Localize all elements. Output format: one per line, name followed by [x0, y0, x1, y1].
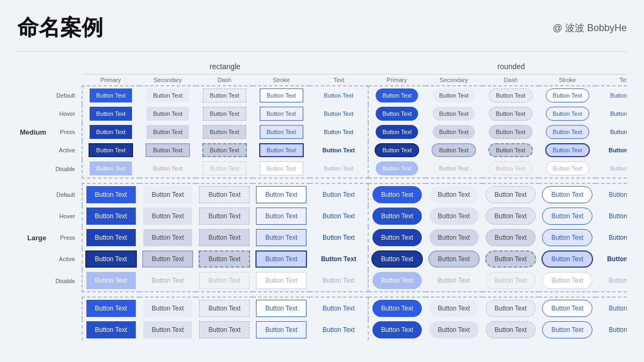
btn-round-secondary-default-lg[interactable]: Button Text	[429, 186, 479, 203]
btn-round-primary-default-ex[interactable]: Button Text	[372, 300, 422, 317]
btn-rect-stroke-default-lg[interactable]: Button Text	[256, 186, 306, 203]
btn-rect-stroke-default-ex[interactable]: Button Text	[256, 300, 306, 317]
btn-rect-stroke-disable-lg[interactable]: Button Text	[256, 272, 306, 289]
btn-round-dash-active-lg[interactable]: Button Text	[485, 250, 537, 268]
btn-round-stroke-active-lg[interactable]: Button Text	[541, 250, 593, 268]
btn-round-primary-hover[interactable]: Button Text	[376, 107, 418, 121]
btn-rect-stroke-disable[interactable]: Button Text	[260, 161, 303, 175]
btn-rect-primary-hover-ex[interactable]: Button Text	[86, 321, 136, 338]
btn-round-dash-disable-lg[interactable]: Button Text	[486, 272, 536, 289]
btn-round-secondary-hover-ex[interactable]: Button Text	[429, 321, 479, 338]
btn-rect-primary-press-lg[interactable]: Button Text	[86, 229, 136, 246]
btn-round-text-press-lg[interactable]: Button Text	[600, 229, 627, 246]
btn-rect-stroke-default[interactable]: Button Text	[260, 88, 303, 102]
btn-rect-dash-press[interactable]: Button Text	[203, 125, 246, 139]
btn-round-secondary-disable-lg[interactable]: Button Text	[429, 272, 479, 289]
btn-round-stroke-default-ex[interactable]: Button Text	[542, 300, 592, 317]
btn-rect-secondary-hover-lg[interactable]: Button Text	[143, 208, 193, 225]
btn-round-stroke-press-lg[interactable]: Button Text	[542, 229, 592, 246]
btn-rect-secondary-hover[interactable]: Button Text	[147, 107, 189, 121]
btn-rect-primary-default-ex[interactable]: Button Text	[86, 300, 136, 317]
btn-rect-primary-hover[interactable]: Button Text	[90, 107, 132, 121]
btn-rect-dash-default[interactable]: Button Text	[203, 88, 246, 102]
btn-round-stroke-hover[interactable]: Button Text	[546, 107, 589, 121]
btn-round-secondary-active[interactable]: Button Text	[431, 143, 476, 157]
btn-round-text-default-ex[interactable]: Button Text	[600, 300, 627, 317]
btn-round-dash-hover[interactable]: Button Text	[489, 107, 532, 121]
btn-round-primary-default[interactable]: Button Text	[376, 88, 418, 102]
btn-round-stroke-hover-ex[interactable]: Button Text	[542, 321, 592, 338]
btn-rect-text-hover-ex[interactable]: Button Text	[314, 321, 363, 338]
btn-rect-primary-disable-lg[interactable]: Button Text	[86, 272, 136, 289]
btn-round-secondary-hover[interactable]: Button Text	[433, 107, 475, 121]
btn-round-primary-hover-lg[interactable]: Button Text	[372, 208, 422, 225]
btn-rect-primary-disable[interactable]: Button Text	[90, 161, 132, 175]
btn-rect-stroke-press-lg[interactable]: Button Text	[256, 229, 306, 246]
btn-round-secondary-default[interactable]: Button Text	[433, 88, 475, 102]
btn-round-primary-active-lg[interactable]: Button Text	[371, 250, 423, 268]
btn-rect-secondary-active[interactable]: Button Text	[145, 143, 190, 157]
btn-round-dash-active[interactable]: Button Text	[488, 143, 533, 157]
btn-round-stroke-disable[interactable]: Button Text	[546, 161, 589, 175]
btn-rect-text-hover[interactable]: Button Text	[318, 107, 360, 121]
btn-rect-secondary-disable[interactable]: Button Text	[147, 161, 189, 175]
btn-round-text-hover-lg[interactable]: Button Text	[600, 208, 627, 225]
btn-rect-text-disable-lg[interactable]: Button Text	[314, 272, 363, 289]
btn-rect-text-default-lg[interactable]: Button Text	[314, 186, 363, 203]
btn-rect-primary-default[interactable]: Button Text	[90, 88, 132, 102]
btn-rect-secondary-hover-ex[interactable]: Button Text	[143, 321, 193, 338]
btn-rect-stroke-active-lg[interactable]: Button Text	[255, 250, 307, 268]
btn-round-text-press[interactable]: Button Text	[604, 125, 627, 139]
btn-round-primary-disable[interactable]: Button Text	[376, 161, 418, 175]
btn-round-primary-press-lg[interactable]: Button Text	[372, 229, 422, 246]
btn-rect-dash-active[interactable]: Button Text	[202, 143, 247, 157]
btn-round-text-active-lg[interactable]: Button Text	[598, 250, 627, 268]
btn-round-secondary-press[interactable]: Button Text	[433, 125, 475, 139]
btn-rect-text-hover-lg[interactable]: Button Text	[314, 208, 363, 225]
btn-rect-dash-hover-lg[interactable]: Button Text	[199, 208, 250, 225]
btn-rect-dash-default-ex[interactable]: Button Text	[199, 300, 250, 317]
btn-rect-dash-hover[interactable]: Button Text	[203, 107, 246, 121]
btn-round-primary-active[interactable]: Button Text	[375, 143, 419, 157]
btn-rect-primary-active-lg[interactable]: Button Text	[85, 250, 137, 268]
btn-round-dash-press-lg[interactable]: Button Text	[486, 229, 536, 246]
btn-rect-dash-hover-ex[interactable]: Button Text	[199, 321, 250, 338]
btn-round-secondary-active-lg[interactable]: Button Text	[428, 250, 480, 268]
btn-rect-stroke-press[interactable]: Button Text	[260, 125, 303, 139]
btn-rect-secondary-disable-lg[interactable]: Button Text	[143, 272, 193, 289]
btn-round-stroke-disable-lg[interactable]: Button Text	[542, 272, 592, 289]
btn-rect-dash-default-lg[interactable]: Button Text	[199, 186, 250, 203]
btn-rect-secondary-default-lg[interactable]: Button Text	[143, 186, 193, 203]
btn-round-stroke-active[interactable]: Button Text	[545, 143, 590, 157]
btn-rect-dash-disable-lg[interactable]: Button Text	[199, 272, 250, 289]
btn-rect-dash-disable[interactable]: Button Text	[203, 161, 246, 175]
btn-rect-text-active[interactable]: Button Text	[316, 143, 361, 157]
btn-round-dash-default-lg[interactable]: Button Text	[486, 186, 536, 203]
btn-rect-primary-press[interactable]: Button Text	[90, 125, 132, 139]
btn-round-text-disable-lg[interactable]: Button Text	[600, 272, 627, 289]
btn-rect-text-press[interactable]: Button Text	[318, 125, 360, 139]
btn-round-stroke-default[interactable]: Button Text	[546, 88, 589, 102]
btn-rect-primary-active[interactable]: Button Text	[89, 143, 133, 157]
btn-rect-secondary-default-ex[interactable]: Button Text	[143, 300, 193, 317]
btn-round-stroke-press[interactable]: Button Text	[546, 125, 589, 139]
btn-rect-secondary-press[interactable]: Button Text	[147, 125, 189, 139]
btn-round-stroke-default-lg[interactable]: Button Text	[542, 186, 592, 203]
btn-rect-text-default[interactable]: Button Text	[318, 88, 360, 102]
btn-round-text-disable[interactable]: Button Text	[604, 161, 627, 175]
btn-rect-secondary-active-lg[interactable]: Button Text	[142, 250, 194, 268]
btn-rect-text-active-lg[interactable]: Button Text	[312, 250, 365, 268]
btn-rect-primary-hover-lg[interactable]: Button Text	[86, 208, 136, 225]
btn-rect-text-default-ex[interactable]: Button Text	[314, 300, 363, 317]
btn-round-stroke-hover-lg[interactable]: Button Text	[542, 208, 592, 225]
btn-round-primary-press[interactable]: Button Text	[376, 125, 418, 139]
btn-rect-dash-active-lg[interactable]: Button Text	[199, 250, 250, 268]
btn-round-primary-disable-lg[interactable]: Button Text	[372, 272, 422, 289]
btn-rect-secondary-press-lg[interactable]: Button Text	[143, 229, 193, 246]
btn-rect-stroke-hover[interactable]: Button Text	[260, 107, 303, 121]
btn-round-primary-hover-ex[interactable]: Button Text	[372, 321, 422, 338]
btn-round-dash-disable[interactable]: Button Text	[489, 161, 532, 175]
btn-rect-dash-press-lg[interactable]: Button Text	[199, 229, 250, 246]
btn-rect-text-press-lg[interactable]: Button Text	[314, 229, 363, 246]
btn-round-dash-hover-ex[interactable]: Button Text	[486, 321, 536, 338]
